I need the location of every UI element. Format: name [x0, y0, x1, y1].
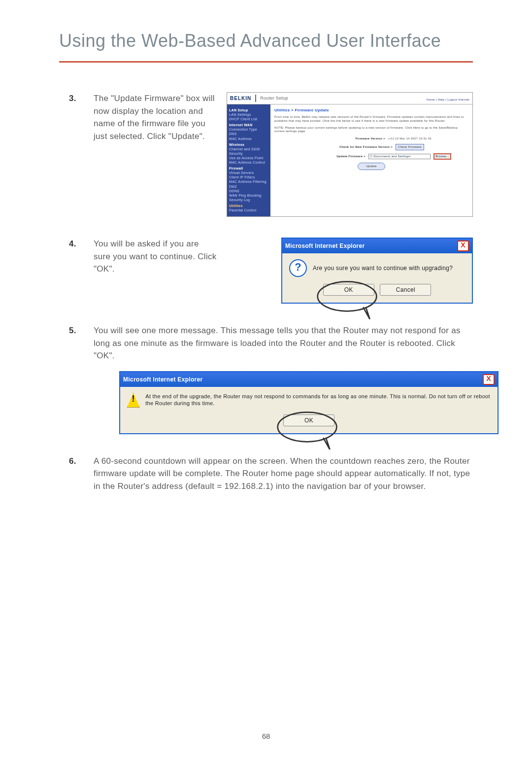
- router-main-heading: Utilities > Firmware Update: [274, 107, 468, 113]
- step-6: 6. A 60-second countdown will appear on …: [59, 455, 473, 493]
- sidebar-h-utilities: Utilities: [229, 204, 268, 208]
- sidebar-item: Security: [229, 151, 268, 156]
- sidebar-item: Connection Type: [229, 127, 268, 132]
- close-icon[interactable]: X: [483, 374, 495, 385]
- ok-button[interactable]: OK: [283, 415, 334, 426]
- router-admin-screenshot: BELKIN Router Setup Home | Help | Logout…: [227, 92, 473, 217]
- sidebar-item: LAN Settings: [229, 112, 268, 117]
- warning-icon: !: [127, 393, 139, 408]
- router-sidebar: LAN Setup LAN Settings DHCP Client List …: [227, 104, 270, 216]
- dialog-message: At the end of the upgrade, the Router ma…: [145, 393, 491, 408]
- dialog-title: Microsoft Internet Explorer: [123, 375, 202, 384]
- sidebar-h-firewall: Firewall: [229, 166, 268, 171]
- browse-button[interactable]: Browse...: [433, 153, 451, 160]
- router-main-note: NOTE: Please backup your current setting…: [274, 126, 468, 134]
- question-icon: ?: [289, 259, 307, 277]
- sidebar-item: DDNS: [229, 189, 268, 193]
- router-page-name: Router Setup: [260, 95, 288, 102]
- step-4-figure: Microsoft Internet Explorer X ? Are you …: [227, 238, 473, 304]
- step-number: 3.: [59, 92, 94, 217]
- step-number: 5.: [59, 324, 94, 434]
- step-5-text: You will see one more message. This mess…: [94, 324, 473, 362]
- check-firmware-label: Check for New Firmware Version >: [319, 145, 393, 149]
- sidebar-item: DNS: [229, 132, 268, 136]
- sidebar-item: Security Log: [229, 198, 268, 202]
- sidebar-h-wan: Internet WAN: [229, 123, 268, 127]
- sidebar-item: DHCP Client List: [229, 117, 268, 121]
- step-number: 6.: [59, 455, 94, 493]
- step-6-text: A 60-second countdown will appear on the…: [94, 455, 473, 493]
- page-number: 68: [0, 732, 532, 740]
- router-brand: BELKIN: [230, 95, 256, 102]
- sidebar-item: MAC Address Filtering: [229, 179, 268, 184]
- router-toplinks: Home | Help | Logout Internet: [427, 98, 469, 102]
- step-3: 3. The "Update Firmware" box will now di…: [59, 92, 473, 217]
- step-3-figure: BELKIN Router Setup Home | Help | Logout…: [227, 92, 473, 217]
- sidebar-item: Channel and SSID: [229, 147, 268, 151]
- sidebar-item: WAN Ping Blocking: [229, 193, 268, 198]
- close-icon[interactable]: X: [457, 241, 469, 251]
- sidebar-item: Use as Access Point: [229, 156, 268, 160]
- sidebar-item: Virtual Servers: [229, 171, 268, 175]
- router-main-desc: From time to time, Belkin may release ne…: [274, 115, 468, 123]
- sidebar-item: MAC Address Control: [229, 160, 268, 165]
- firmware-file-path[interactable]: C:\Documents and Settings\: [368, 154, 431, 159]
- ie-confirm-dialog: Microsoft Internet Explorer X ? Are you …: [281, 238, 473, 304]
- dialog-message: Are you sure you want to continue with u…: [313, 264, 453, 273]
- check-firmware-button[interactable]: Check Firmware: [396, 144, 424, 150]
- sidebar-item: DMZ: [229, 184, 268, 189]
- step-3-text: The "Update Firmware" box will now displ…: [94, 92, 217, 217]
- sidebar-item: Parental Control: [229, 208, 268, 212]
- sidebar-item: MAC Address: [229, 137, 268, 141]
- router-main: Utilities > Firmware Update From time to…: [270, 104, 472, 216]
- step-number: 4.: [59, 238, 94, 304]
- sidebar-h-lan: LAN Setup: [229, 108, 268, 112]
- ok-button[interactable]: OK: [323, 284, 374, 296]
- sidebar-h-wireless: Wireless: [229, 142, 268, 147]
- step-4-text: You will be asked if you are sure you wa…: [94, 238, 217, 304]
- sidebar-item: Client IP Filters: [229, 175, 268, 179]
- update-button[interactable]: Update: [358, 163, 385, 170]
- page-title: Using the Web-Based Advanced User Interf…: [59, 25, 473, 63]
- ie-warning-dialog: Microsoft Internet Explorer X ! At the e…: [119, 371, 499, 434]
- firmware-version-label: Firmware Version >: [311, 137, 385, 141]
- dialog-title: Microsoft Internet Explorer: [285, 242, 365, 250]
- step-5: 5. You will see one more message. This m…: [59, 324, 473, 434]
- update-firmware-label: Update Firmware >: [292, 154, 366, 159]
- step-4: 4. You will be asked if you are sure you…: [59, 238, 473, 304]
- cancel-button[interactable]: Cancel: [380, 284, 431, 296]
- firmware-version-value: v.01.10 Mar 14 2007 10:31:42: [388, 137, 432, 141]
